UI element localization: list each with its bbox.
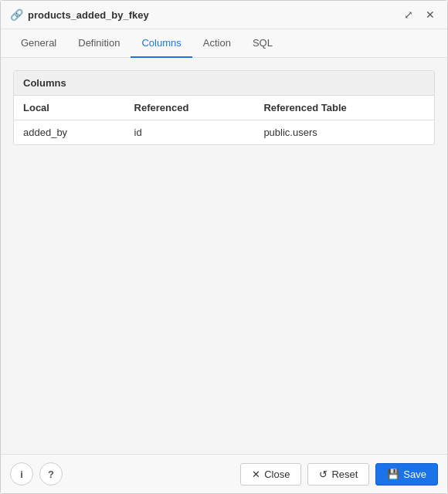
table-row: added_by id public.users [14,120,434,145]
save-label: Save [403,469,426,480]
col-header-referenced-table: Referenced Table [254,96,434,120]
save-button[interactable]: 💾 Save [375,463,438,486]
cell-referenced-table: public.users [254,120,434,145]
title-bar: 🔗 products_added_by_fkey ⤢ ✕ [1,1,447,29]
title-bar-right: ⤢ ✕ [401,7,438,22]
tab-action[interactable]: Action [192,29,242,58]
close-button[interactable]: ✕ Close [240,463,301,486]
tab-columns[interactable]: Columns [131,29,192,58]
col-header-referenced: Referenced [125,96,255,120]
main-content: Columns Local Referenced Referenced Tabl… [1,58,447,454]
columns-section: Columns Local Referenced Referenced Tabl… [13,70,435,145]
help-button[interactable]: ? [39,462,63,486]
footer: i ? ✕ Close ↺ Reset 💾 Save [1,454,447,493]
columns-table: Local Referenced Referenced Table added_… [14,96,434,144]
dialog: 🔗 products_added_by_fkey ⤢ ✕ General Def… [0,0,448,494]
tab-general[interactable]: General [10,29,67,58]
close-title-button[interactable]: ✕ [423,7,438,22]
save-icon: 💾 [387,469,399,480]
table-header-row: Local Referenced Referenced Table [14,96,434,120]
tab-sql[interactable]: SQL [242,29,283,58]
footer-right: ✕ Close ↺ Reset 💾 Save [240,463,438,486]
reset-button[interactable]: ↺ Reset [307,463,369,486]
col-header-local: Local [14,96,125,120]
title-bar-left: 🔗 products_added_by_fkey [10,8,149,21]
reset-icon: ↺ [319,469,328,480]
link-icon: 🔗 [10,8,23,21]
close-icon: ✕ [252,469,260,480]
cell-referenced: id [125,120,255,145]
reset-label: Reset [331,469,358,480]
dialog-title: products_added_by_fkey [28,9,149,21]
tabs-bar: General Definition Columns Action SQL [1,29,447,58]
info-button[interactable]: i [10,462,33,486]
footer-left: i ? [10,462,63,486]
expand-button[interactable]: ⤢ [401,7,416,22]
cell-local: added_by [14,120,125,145]
section-header: Columns [14,71,434,96]
tab-definition[interactable]: Definition [67,29,131,58]
close-label: Close [264,469,290,480]
